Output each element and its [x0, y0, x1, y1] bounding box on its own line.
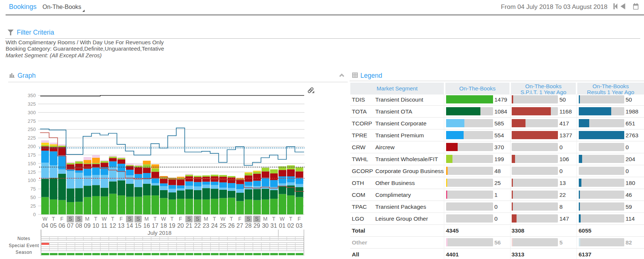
svg-text:175: 175: [28, 152, 36, 158]
svg-text:S: S: [69, 216, 72, 222]
svg-text:S: S: [255, 216, 258, 222]
svg-text:F: F: [120, 216, 123, 222]
svg-text:S: S: [136, 216, 140, 222]
svg-text:100: 100: [28, 178, 36, 183]
svg-text:31: 31: [271, 223, 277, 229]
svg-text:T: T: [154, 216, 157, 222]
svg-text:17: 17: [152, 223, 158, 229]
svg-text:29: 29: [253, 223, 260, 229]
svg-text:W: W: [102, 216, 107, 222]
svg-text:July 2018: July 2018: [148, 230, 171, 236]
svg-text:27: 27: [237, 223, 243, 229]
svg-text:19: 19: [169, 223, 176, 229]
svg-text:30: 30: [262, 223, 269, 229]
svg-text:24: 24: [211, 223, 218, 229]
svg-text:23: 23: [203, 223, 209, 229]
svg-text:03: 03: [296, 223, 303, 229]
svg-text:W: W: [42, 216, 48, 222]
svg-text:50: 50: [31, 195, 36, 200]
svg-text:06: 06: [59, 223, 65, 229]
svg-text:07: 07: [67, 223, 74, 229]
svg-text:20: 20: [177, 223, 184, 229]
svg-text:T: T: [289, 216, 293, 222]
svg-text:15: 15: [135, 223, 142, 229]
svg-text:Notes: Notes: [18, 236, 30, 241]
svg-text:18: 18: [160, 223, 167, 229]
svg-text:250: 250: [28, 127, 36, 132]
svg-text:T: T: [213, 216, 216, 222]
svg-text:S: S: [247, 216, 250, 222]
svg-text:M: M: [263, 216, 268, 222]
svg-text:200: 200: [28, 144, 36, 149]
svg-text:S: S: [128, 216, 131, 222]
svg-text:F: F: [297, 216, 301, 222]
svg-text:W: W: [161, 216, 166, 222]
svg-text:25: 25: [31, 203, 36, 209]
svg-text:M: M: [204, 216, 208, 222]
svg-text:F: F: [238, 216, 242, 222]
svg-text:09: 09: [84, 223, 91, 229]
svg-text:S: S: [187, 216, 190, 222]
svg-text:T: T: [170, 216, 174, 222]
svg-text:M: M: [85, 216, 89, 222]
svg-text:Special Event: Special Event: [9, 243, 39, 248]
svg-text:T: T: [230, 216, 233, 222]
svg-text:125: 125: [28, 169, 36, 175]
svg-text:10: 10: [92, 223, 99, 229]
svg-text:325: 325: [28, 101, 36, 107]
svg-text:W: W: [220, 216, 225, 222]
svg-text:08: 08: [76, 223, 82, 229]
svg-text:F: F: [60, 216, 64, 222]
svg-text:04: 04: [42, 223, 48, 229]
svg-text:T: T: [94, 216, 98, 222]
svg-text:01: 01: [279, 223, 285, 229]
svg-text:Season: Season: [16, 250, 32, 255]
svg-text:F: F: [179, 216, 182, 222]
svg-text:T: T: [111, 216, 114, 222]
svg-text:225: 225: [28, 135, 36, 141]
svg-text:150: 150: [28, 161, 36, 166]
svg-text:16: 16: [143, 223, 150, 229]
svg-text:275: 275: [28, 118, 36, 124]
svg-text:W: W: [280, 216, 285, 222]
svg-text:22: 22: [194, 223, 201, 229]
svg-text:11: 11: [101, 223, 107, 229]
svg-text:05: 05: [50, 223, 57, 229]
svg-text:0: 0: [33, 212, 36, 217]
svg-text:75: 75: [31, 186, 36, 192]
svg-text:300: 300: [28, 110, 36, 115]
svg-text:21: 21: [186, 223, 192, 229]
svg-text:S: S: [196, 216, 199, 222]
svg-text:26: 26: [228, 223, 235, 229]
svg-text:25: 25: [220, 223, 226, 229]
svg-text:14: 14: [126, 223, 133, 229]
svg-text:350: 350: [28, 93, 36, 98]
svg-text:S: S: [77, 216, 80, 222]
svg-text:13: 13: [118, 223, 124, 229]
svg-text:28: 28: [245, 223, 252, 229]
svg-text:12: 12: [110, 223, 116, 229]
svg-text:M: M: [145, 216, 149, 222]
svg-text:02: 02: [287, 223, 294, 229]
svg-text:T: T: [272, 216, 275, 222]
svg-text:T: T: [52, 216, 55, 222]
